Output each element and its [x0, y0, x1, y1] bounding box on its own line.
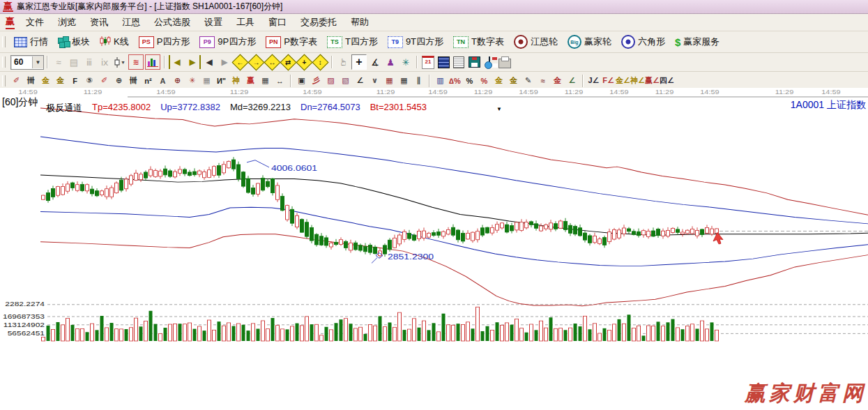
period-dropdown-icon[interactable]: ▼	[32, 56, 43, 68]
draw-tool-1-2[interactable]: ▨	[323, 74, 338, 87]
toolbar-grip[interactable]	[2, 56, 6, 68]
draw-tool-0-1[interactable]: 卌	[24, 74, 38, 87]
scroll-left-icon[interactable]: ←	[231, 54, 248, 70]
first-page-icon[interactable]: ◀	[169, 55, 184, 69]
stamp-tool-icon[interactable]: ♟	[383, 55, 397, 69]
menu-item-9[interactable]: 帮助	[344, 14, 376, 31]
angle-tool-icon[interactable]: ∡	[368, 55, 382, 69]
draw-tool-2-0[interactable]: ▥	[433, 74, 448, 87]
scroll-right-icon[interactable]: →	[248, 54, 264, 70]
menu-item-3[interactable]: 江恩	[115, 14, 147, 31]
menu-item-6[interactable]: 工具	[229, 14, 261, 31]
draw-tool-2-5[interactable]: 金	[506, 74, 521, 87]
draw-tool-2-2[interactable]: %	[462, 74, 477, 87]
draw-tool-1-6[interactable]: ▦	[382, 74, 397, 87]
draw-tool-0-4[interactable]: F	[68, 74, 82, 87]
menu-item-2[interactable]: 资讯	[83, 14, 115, 31]
toolbar-button-hexagon[interactable]: 六角形	[616, 33, 670, 51]
indicator-name[interactable]: 极反通道	[46, 102, 82, 114]
gann-overlay-icon[interactable]: ≋	[128, 54, 144, 70]
draw-tool-2-4[interactable]: 金	[492, 74, 506, 87]
save-icon[interactable]	[467, 55, 481, 69]
draw-tool-0-5[interactable]: ⑤	[82, 74, 97, 87]
draw-tool-1-5[interactable]: ∨	[367, 74, 382, 87]
draw-tool-2-8[interactable]: 金	[550, 74, 565, 87]
printer-icon[interactable]	[498, 55, 512, 69]
draw-tool-2-7[interactable]: ≈	[535, 74, 550, 87]
calendar-icon[interactable]: 21	[421, 55, 435, 69]
volume-style-icon[interactable]	[145, 54, 160, 70]
last-page-icon[interactable]: ▶	[185, 55, 201, 69]
draw-tool-0-7[interactable]: ⊕	[112, 74, 126, 87]
toolbar-button-t-number[interactable]: TNT数字表	[448, 33, 509, 51]
draw-tool-0-8[interactable]: 卌	[126, 74, 141, 87]
toolbar-grip[interactable]	[2, 75, 6, 86]
draw-tool-0-13[interactable]: ▦	[199, 74, 214, 87]
draw-tool-3-5[interactable]: 四∠	[660, 74, 674, 87]
symbol-label[interactable]: 1A0001 上证指数	[791, 99, 866, 112]
draw-tool-1-0[interactable]: ▣	[294, 74, 309, 87]
toolbar-button-p-square[interactable]: PSP四方形	[134, 33, 195, 51]
menu-item-4[interactable]: 公式选股	[147, 14, 197, 31]
draw-tool-0-3[interactable]: 金	[53, 74, 68, 87]
pan-hand-icon[interactable]: ☞	[336, 55, 350, 69]
toolbar-button-sectors[interactable]: 板块	[53, 33, 95, 51]
draw-tool-1-4[interactable]: ∠	[353, 74, 367, 87]
draw-tool-0-10[interactable]: A	[155, 74, 170, 87]
draw-tool-3-4[interactable]: 赢∠	[645, 74, 660, 87]
toolbar-button-gann-wheel[interactable]: 江恩轮	[509, 33, 563, 51]
toolbar-button-t-square[interactable]: TST四方形	[322, 33, 383, 51]
draw-tool-3-3[interactable]: 神∠	[630, 74, 645, 87]
zoom-vertical-icon[interactable]: ↕	[312, 54, 328, 70]
calculator-icon[interactable]	[436, 55, 450, 69]
draw-tool-0-9[interactable]: n²	[141, 74, 155, 87]
draw-tool-3-1[interactable]: F∠	[601, 74, 616, 87]
draw-tool-0-17[interactable]: ▦	[258, 74, 273, 87]
draw-tool-1-1[interactable]: 彡	[309, 74, 323, 87]
collapse-triangle-icon[interactable]: ▼	[496, 106, 502, 112]
draw-tool-1-8[interactable]: ∥	[411, 74, 426, 87]
menu-item-8[interactable]: 交易委托	[294, 14, 344, 31]
draw-tool-2-6[interactable]: ✎	[521, 74, 535, 87]
menu-item-0[interactable]: 文件	[19, 14, 51, 31]
toolbar-grip[interactable]	[2, 36, 6, 47]
menu-item-1[interactable]: 浏览	[51, 14, 83, 31]
page-left-icon[interactable]: ◀	[202, 55, 216, 69]
draw-tool-3-0[interactable]: J∠	[586, 74, 601, 87]
draw-tool-0-12[interactable]: ✳	[185, 74, 199, 87]
toolbar-button-winner-service[interactable]: $赢家服务	[670, 33, 724, 51]
scroll-both-icon[interactable]: ↔	[264, 54, 280, 70]
toolbar-button-kline[interactable]: K线	[95, 33, 134, 51]
price-chart-canvas[interactable]: 14:5911:2914:5911:2914:5911:2914:5911:29…	[0, 88, 868, 410]
draw-tool-0-14[interactable]: И"	[214, 74, 229, 87]
toolbar-button-quotes[interactable]: 行情	[9, 33, 53, 51]
draw-tool-3-2[interactable]: 金∠	[616, 74, 630, 87]
toolbar-button-9p-square[interactable]: P99P四方形	[195, 33, 261, 51]
candle-style-icon[interactable]: ▼	[113, 55, 127, 69]
toolbar-button-9t-square[interactable]: T99T四方形	[383, 33, 448, 51]
draw-tool-0-0[interactable]: ✐	[9, 74, 24, 87]
crosshair-icon[interactable]: +	[351, 54, 367, 70]
draw-tool-0-16[interactable]: 赢	[243, 74, 258, 87]
draw-tool-0-15[interactable]: 神	[229, 74, 243, 87]
draw-tool-2-3[interactable]: %	[477, 74, 492, 87]
swap-icon[interactable]: ⇄	[280, 54, 296, 70]
toolbar-button-winner-wheel[interactable]: Big赢家轮	[563, 33, 616, 51]
page-right-icon[interactable]: ▶	[218, 55, 231, 69]
title-bar[interactable]: 赢 赢家江恩专业版[赢家内部服务平台] - [上证指数 SH1A0001-167…	[0, 0, 868, 14]
period-combo[interactable]: 60▼	[10, 55, 44, 70]
draw-tool-2-9[interactable]: ∠	[565, 74, 579, 87]
pattern-tool-icon[interactable]: ✳	[399, 55, 413, 69]
draw-tool-0-11[interactable]: ⊕	[170, 74, 185, 87]
menu-item-5[interactable]: 设置	[197, 14, 229, 31]
draw-tool-0-6[interactable]: ✐	[97, 74, 112, 87]
toolbar-button-p-number[interactable]: PNP数字表	[261, 33, 322, 51]
web-save-icon[interactable]	[482, 55, 496, 69]
draw-tool-1-3[interactable]: ▧	[338, 74, 353, 87]
draw-tool-1-7[interactable]: ▦	[397, 74, 411, 87]
draw-tool-0-18[interactable]: ↔	[273, 74, 287, 87]
draw-tool-0-2[interactable]: 金	[38, 74, 53, 87]
zoom-all-icon[interactable]: +	[296, 54, 312, 70]
notes-icon[interactable]	[452, 55, 466, 69]
menu-item-7[interactable]: 窗口	[261, 14, 294, 31]
